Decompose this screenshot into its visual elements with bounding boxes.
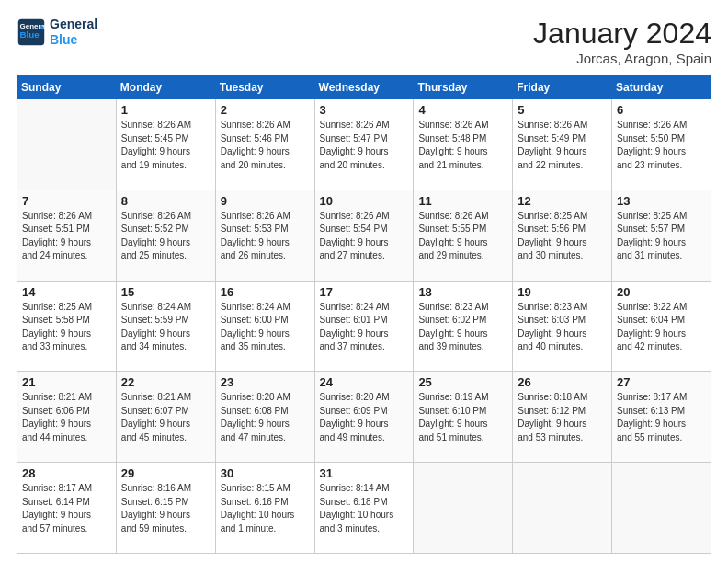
day-number: 17 (320, 285, 409, 299)
day-info: Sunrise: 8:17 AM Sunset: 6:14 PM Dayligh… (22, 482, 111, 535)
logo-icon: General Blue (17, 17, 46, 47)
day-info: Sunrise: 8:26 AM Sunset: 5:45 PM Dayligh… (121, 119, 210, 172)
table-row: 31Sunrise: 8:14 AM Sunset: 6:18 PM Dayli… (314, 463, 414, 554)
day-info: Sunrise: 8:26 AM Sunset: 5:47 PM Dayligh… (320, 119, 409, 172)
day-number: 19 (518, 285, 607, 299)
day-info: Sunrise: 8:24 AM Sunset: 6:00 PM Dayligh… (221, 301, 310, 354)
table-row: 2Sunrise: 8:26 AM Sunset: 5:46 PM Daylig… (215, 99, 314, 190)
table-row: 25Sunrise: 8:19 AM Sunset: 6:10 PM Dayli… (414, 372, 513, 463)
day-number: 24 (320, 375, 409, 389)
day-number: 20 (617, 285, 706, 299)
table-row: 13Sunrise: 8:25 AM Sunset: 5:57 PM Dayli… (612, 190, 711, 281)
table-row: 27Sunrise: 8:17 AM Sunset: 6:13 PM Dayli… (612, 372, 711, 463)
calendar-page: General Blue General Blue January 2024 J… (0, 0, 728, 563)
day-info: Sunrise: 8:19 AM Sunset: 6:10 PM Dayligh… (418, 391, 507, 444)
day-number: 15 (121, 285, 210, 299)
calendar-week-2: 7Sunrise: 8:26 AM Sunset: 5:51 PM Daylig… (17, 190, 711, 281)
day-info: Sunrise: 8:15 AM Sunset: 6:16 PM Dayligh… (221, 482, 310, 535)
month-title: January 2024 (533, 17, 711, 51)
day-number: 25 (418, 375, 507, 389)
day-info: Sunrise: 8:25 AM Sunset: 5:58 PM Dayligh… (22, 301, 111, 354)
calendar-week-4: 21Sunrise: 8:21 AM Sunset: 6:06 PM Dayli… (17, 372, 711, 463)
calendar-week-5: 28Sunrise: 8:17 AM Sunset: 6:14 PM Dayli… (17, 463, 711, 554)
col-friday: Friday (513, 76, 612, 99)
day-number: 30 (221, 466, 310, 480)
day-info: Sunrise: 8:21 AM Sunset: 6:07 PM Dayligh… (121, 391, 210, 444)
calendar-table: Sunday Monday Tuesday Wednesday Thursday… (17, 75, 711, 554)
day-number: 26 (518, 375, 607, 389)
day-number: 11 (418, 194, 507, 208)
table-row (612, 463, 711, 554)
logo-blue: Blue (50, 32, 97, 48)
day-info: Sunrise: 8:20 AM Sunset: 6:09 PM Dayligh… (320, 391, 409, 444)
table-row: 6Sunrise: 8:26 AM Sunset: 5:50 PM Daylig… (612, 99, 711, 190)
col-sunday: Sunday (17, 76, 117, 99)
table-row: 21Sunrise: 8:21 AM Sunset: 6:06 PM Dayli… (17, 372, 117, 463)
day-info: Sunrise: 8:24 AM Sunset: 6:01 PM Dayligh… (320, 301, 409, 354)
table-row: 4Sunrise: 8:26 AM Sunset: 5:48 PM Daylig… (414, 99, 513, 190)
table-row: 28Sunrise: 8:17 AM Sunset: 6:14 PM Dayli… (17, 463, 117, 554)
day-info: Sunrise: 8:26 AM Sunset: 5:48 PM Dayligh… (418, 119, 507, 172)
day-info: Sunrise: 8:25 AM Sunset: 5:56 PM Dayligh… (518, 210, 607, 263)
day-number: 9 (221, 194, 310, 208)
table-row: 12Sunrise: 8:25 AM Sunset: 5:56 PM Dayli… (513, 190, 612, 281)
calendar-week-3: 14Sunrise: 8:25 AM Sunset: 5:58 PM Dayli… (17, 281, 711, 372)
day-info: Sunrise: 8:26 AM Sunset: 5:52 PM Dayligh… (121, 210, 210, 263)
day-number: 4 (418, 103, 507, 117)
day-info: Sunrise: 8:25 AM Sunset: 5:57 PM Dayligh… (617, 210, 706, 263)
day-number: 2 (221, 103, 310, 117)
day-info: Sunrise: 8:26 AM Sunset: 5:46 PM Dayligh… (221, 119, 310, 172)
day-number: 6 (617, 103, 706, 117)
table-row: 1Sunrise: 8:26 AM Sunset: 5:45 PM Daylig… (116, 99, 215, 190)
svg-text:Blue: Blue (20, 29, 40, 40)
day-info: Sunrise: 8:26 AM Sunset: 5:53 PM Dayligh… (221, 210, 310, 263)
day-number: 29 (121, 466, 210, 480)
table-row: 16Sunrise: 8:24 AM Sunset: 6:00 PM Dayli… (215, 281, 314, 372)
table-row (17, 99, 117, 190)
day-info: Sunrise: 8:16 AM Sunset: 6:15 PM Dayligh… (121, 482, 210, 535)
day-info: Sunrise: 8:18 AM Sunset: 6:12 PM Dayligh… (518, 391, 607, 444)
day-number: 27 (617, 375, 706, 389)
table-row: 23Sunrise: 8:20 AM Sunset: 6:08 PM Dayli… (215, 372, 314, 463)
table-row: 26Sunrise: 8:18 AM Sunset: 6:12 PM Dayli… (513, 372, 612, 463)
day-info: Sunrise: 8:26 AM Sunset: 5:55 PM Dayligh… (418, 210, 507, 263)
day-info: Sunrise: 8:24 AM Sunset: 5:59 PM Dayligh… (121, 301, 210, 354)
calendar-week-1: 1Sunrise: 8:26 AM Sunset: 5:45 PM Daylig… (17, 99, 711, 190)
table-row: 22Sunrise: 8:21 AM Sunset: 6:07 PM Dayli… (116, 372, 215, 463)
col-wednesday: Wednesday (314, 76, 414, 99)
day-number: 21 (22, 375, 111, 389)
day-number: 14 (22, 285, 111, 299)
table-row: 8Sunrise: 8:26 AM Sunset: 5:52 PM Daylig… (116, 190, 215, 281)
table-row: 30Sunrise: 8:15 AM Sunset: 6:16 PM Dayli… (215, 463, 314, 554)
table-row (414, 463, 513, 554)
day-info: Sunrise: 8:23 AM Sunset: 6:03 PM Dayligh… (518, 301, 607, 354)
day-number: 22 (121, 375, 210, 389)
day-number: 23 (221, 375, 310, 389)
table-row: 24Sunrise: 8:20 AM Sunset: 6:09 PM Dayli… (314, 372, 414, 463)
day-info: Sunrise: 8:23 AM Sunset: 6:02 PM Dayligh… (418, 301, 507, 354)
day-info: Sunrise: 8:14 AM Sunset: 6:18 PM Dayligh… (320, 482, 409, 535)
day-number: 16 (221, 285, 310, 299)
day-info: Sunrise: 8:17 AM Sunset: 6:13 PM Dayligh… (617, 391, 706, 444)
table-row: 17Sunrise: 8:24 AM Sunset: 6:01 PM Dayli… (314, 281, 414, 372)
table-row: 18Sunrise: 8:23 AM Sunset: 6:02 PM Dayli… (414, 281, 513, 372)
table-row: 9Sunrise: 8:26 AM Sunset: 5:53 PM Daylig… (215, 190, 314, 281)
table-row (513, 463, 612, 554)
table-row: 20Sunrise: 8:22 AM Sunset: 6:04 PM Dayli… (612, 281, 711, 372)
logo-general: General (50, 17, 97, 32)
table-row: 3Sunrise: 8:26 AM Sunset: 5:47 PM Daylig… (314, 99, 414, 190)
day-number: 31 (320, 466, 409, 480)
title-area: January 2024 Jorcas, Aragon, Spain (533, 17, 711, 66)
day-number: 10 (320, 194, 409, 208)
day-number: 8 (121, 194, 210, 208)
calendar-header-row: Sunday Monday Tuesday Wednesday Thursday… (17, 76, 711, 99)
table-row: 7Sunrise: 8:26 AM Sunset: 5:51 PM Daylig… (17, 190, 117, 281)
day-number: 13 (617, 194, 706, 208)
day-info: Sunrise: 8:26 AM Sunset: 5:51 PM Dayligh… (22, 210, 111, 263)
day-info: Sunrise: 8:21 AM Sunset: 6:06 PM Dayligh… (22, 391, 111, 444)
day-number: 3 (320, 103, 409, 117)
day-info: Sunrise: 8:20 AM Sunset: 6:08 PM Dayligh… (221, 391, 310, 444)
location: Jorcas, Aragon, Spain (533, 51, 711, 66)
day-info: Sunrise: 8:22 AM Sunset: 6:04 PM Dayligh… (617, 301, 706, 354)
day-number: 18 (418, 285, 507, 299)
